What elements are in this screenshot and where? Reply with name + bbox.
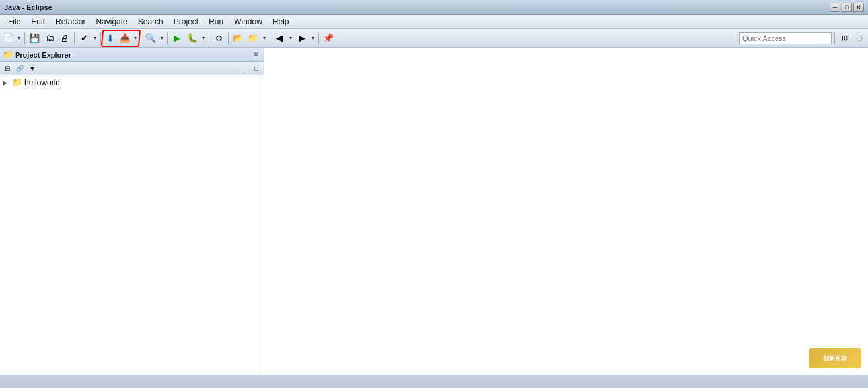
link-with-editor-button[interactable]: 🔗 [14, 63, 26, 75]
main-layout: 📁 Project Explorer ✕ ⊟ 🔗 ▼ ─ [0, 48, 868, 375]
back-button[interactable]: ◀ [272, 31, 287, 46]
tree-item-helloworld[interactable]: ▶ 📁 helloworld [0, 77, 264, 89]
panel-menu-button[interactable]: ▼ [26, 63, 38, 75]
new-dropdown[interactable]: ▾ [16, 31, 22, 46]
menu-bar: File Edit Refactor Navigate Search Proje… [0, 15, 868, 29]
menu-file[interactable]: File [3, 16, 26, 28]
panel-close-button[interactable]: ✕ [250, 50, 261, 60]
forward-icon: ▶ [299, 33, 305, 43]
menu-project[interactable]: Project [168, 16, 203, 28]
open-resource-icon: 📁 [248, 33, 258, 43]
menu-help[interactable]: Help [268, 16, 295, 28]
watermark-text: 创新互联 [823, 354, 847, 363]
window-title: Java - Eclipse [4, 3, 52, 11]
run-dropdown[interactable]: ▾ [200, 31, 207, 46]
separator-6 [209, 32, 209, 44]
save-button[interactable]: 💾 [27, 31, 42, 46]
minimize-panel-button[interactable]: ─ [238, 63, 250, 75]
open-resource-button[interactable]: 📁 [246, 31, 260, 46]
menu-search[interactable]: Search [133, 16, 168, 28]
panel-folder-icon: 📁 [3, 50, 13, 59]
left-panel: 📁 Project Explorer ✕ ⊟ 🔗 ▼ ─ [0, 48, 264, 375]
menu-run[interactable]: Run [203, 16, 229, 28]
close-button[interactable]: ✕ [853, 3, 864, 12]
separator-8 [270, 32, 270, 44]
pin-icon: 📌 [323, 33, 334, 43]
validate-button[interactable]: ✔ [77, 31, 91, 46]
open-perspective-icon: ⊞ [842, 34, 848, 42]
window-controls: ─ □ ✕ [830, 3, 864, 12]
toolbar: 📄 ▾ 💾 🗂 🖨 ✔ ▾ ⬇ 📥 [0, 29, 868, 48]
minimize-icon: ─ [833, 4, 837, 11]
panel-title: Project Explorer [15, 51, 249, 59]
download-icon: ⬇ [106, 33, 114, 44]
validate-icon: ✔ [81, 33, 88, 43]
collapse-all-icon: ⊟ [5, 65, 10, 72]
import-icon: 📥 [120, 33, 130, 43]
external-tools-icon: ⚙ [215, 34, 223, 43]
open-type-button[interactable]: 📂 [231, 31, 245, 46]
maximize-icon: □ [845, 4, 848, 11]
new-icon: 📄 [3, 33, 14, 43]
back-dropdown[interactable]: ▾ [287, 31, 294, 46]
toolbar-group-download: ⬇ 📥 ▾ [103, 31, 139, 46]
panel-content: ▶ 📁 helloworld [0, 75, 264, 375]
save-all-icon: 🗂 [46, 33, 54, 43]
minimize-panel-icon: ─ [242, 65, 246, 72]
separator-7 [228, 32, 229, 44]
separator-4 [141, 32, 141, 44]
close-icon: ✕ [856, 4, 861, 11]
quick-access-area: ⊞ ⊟ [739, 31, 865, 46]
download-button[interactable]: ⬇ [103, 31, 118, 46]
toolbar-group-new: 📄 ▾ [1, 31, 22, 46]
minimize-button[interactable]: ─ [830, 3, 840, 12]
menu-navigate[interactable]: Navigate [90, 16, 132, 28]
run-icon: ▶ [174, 33, 180, 43]
print-button[interactable]: 🖨 [57, 31, 72, 46]
import-dropdown[interactable]: ▾ [132, 31, 139, 46]
watermark: 创新互联 [809, 348, 861, 368]
separator-qa [834, 32, 835, 44]
maximize-button[interactable]: □ [842, 3, 852, 12]
print-icon: 🖨 [61, 33, 69, 43]
separator-3 [100, 32, 101, 44]
pin-button[interactable]: 📌 [321, 31, 336, 46]
panel-menu-icon: ▼ [30, 65, 36, 72]
open-perspective-button[interactable]: ⊞ [838, 31, 851, 46]
open-dropdown[interactable]: ▾ [261, 31, 268, 46]
forward-dropdown[interactable]: ▾ [310, 31, 316, 46]
project-folder-icon: 📁 [12, 77, 22, 88]
back-icon: ◀ [276, 33, 283, 43]
open-type-icon: 📂 [233, 33, 243, 43]
menu-refactor[interactable]: Refactor [50, 16, 90, 28]
new-button[interactable]: 📄 [1, 31, 16, 46]
search-button[interactable]: 🔍 [143, 31, 158, 46]
forward-button[interactable]: ▶ [295, 31, 309, 46]
separator-9 [318, 32, 319, 44]
perspective-icon: ⊟ [856, 34, 862, 42]
quick-access-input[interactable] [739, 32, 832, 44]
link-icon: 🔗 [16, 65, 24, 72]
expand-icon: ▶ [3, 79, 12, 86]
run-button[interactable]: ▶ [170, 31, 184, 46]
external-tools-button[interactable]: ⚙ [211, 31, 226, 46]
separator-5 [167, 32, 168, 44]
search-icon: 🔍 [145, 33, 156, 43]
import-button[interactable]: 📥 [118, 31, 132, 46]
search-dropdown[interactable]: ▾ [159, 31, 165, 46]
validate-dropdown[interactable]: ▾ [92, 31, 98, 46]
perspective-button[interactable]: ⊟ [852, 31, 865, 46]
debug-icon: 🐛 [187, 33, 198, 43]
save-icon: 💾 [29, 33, 40, 43]
collapse-all-button[interactable]: ⊟ [1, 63, 13, 75]
status-bar [0, 375, 868, 388]
project-name: helloworld [24, 78, 60, 87]
menu-window[interactable]: Window [229, 16, 268, 28]
menu-edit[interactable]: Edit [26, 16, 50, 28]
maximize-panel-button[interactable]: □ [250, 63, 262, 75]
maximize-panel-icon: □ [254, 65, 258, 72]
debug-button[interactable]: 🐛 [185, 31, 199, 46]
save-all-button[interactable]: 🗂 [42, 31, 57, 46]
separator-1 [24, 32, 25, 44]
panel-toolbar: ⊟ 🔗 ▼ ─ □ [0, 62, 264, 75]
